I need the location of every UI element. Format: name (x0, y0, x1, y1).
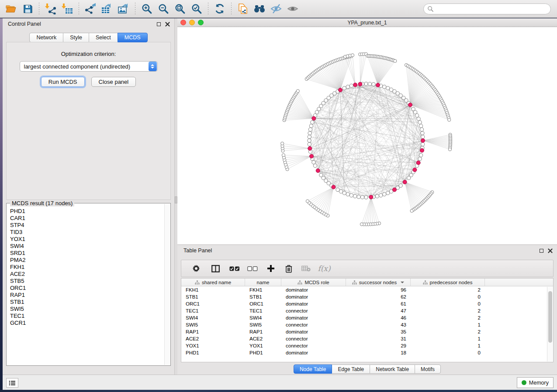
tab-motifs[interactable]: Motifs (415, 364, 441, 374)
ring-node[interactable] (412, 107, 415, 111)
mcds-result-item[interactable]: SWI4 (10, 243, 164, 250)
zoom-fit-icon[interactable] (172, 2, 188, 16)
column-header-shared-name[interactable]: shared name (181, 279, 245, 286)
tab-select[interactable]: Select (89, 33, 118, 42)
mcds-hub-node[interactable] (310, 154, 314, 158)
delete-column-icon[interactable] (280, 262, 298, 275)
ring-node[interactable] (360, 196, 364, 199)
mcds-hub-node[interactable] (393, 188, 397, 192)
clone-network-icon[interactable] (235, 2, 251, 16)
ring-node[interactable] (308, 142, 311, 146)
ring-node[interactable] (413, 110, 417, 114)
mcds-result-item[interactable]: PMA2 (10, 257, 164, 264)
satellite-node[interactable] (281, 142, 284, 145)
add-column-icon[interactable] (262, 262, 280, 275)
table-row[interactable]: PHD1PHD1dominator180 (181, 349, 553, 356)
mcds-hub-node[interactable] (369, 195, 373, 199)
ring-node[interactable] (420, 128, 423, 131)
show-columns-icon[interactable] (205, 262, 226, 275)
table-row[interactable]: SWI5SWI5connector431 (181, 321, 553, 328)
ring-node[interactable] (309, 124, 313, 127)
ring-node[interactable] (343, 86, 346, 90)
ring-node[interactable] (383, 193, 386, 196)
zoom-out-icon[interactable] (155, 2, 172, 16)
memory-button[interactable]: Memory (517, 377, 554, 388)
mcds-hub-node[interactable] (308, 147, 312, 151)
table-row[interactable]: TEC1TEC1connector472 (181, 307, 553, 314)
ring-node[interactable] (349, 84, 353, 87)
mcds-hub-node[interactable] (408, 103, 412, 107)
tab-style[interactable]: Style (63, 33, 89, 42)
ring-node[interactable] (346, 85, 349, 89)
ring-node[interactable] (407, 176, 411, 180)
satellite-node[interactable] (410, 209, 413, 212)
ring-node[interactable] (419, 154, 422, 157)
float-panel-icon[interactable] (157, 22, 161, 26)
column-header-name[interactable]: name (245, 279, 281, 286)
select-all-icon[interactable] (226, 262, 243, 275)
mcds-result-item[interactable]: STP4 (10, 222, 164, 229)
ring-node[interactable] (339, 189, 343, 193)
deselect-all-icon[interactable] (243, 262, 262, 275)
tab-edge-table[interactable]: Edge Table (332, 364, 370, 374)
satellite-node[interactable] (448, 118, 451, 121)
mcds-list-scrollbar[interactable] (164, 204, 170, 365)
tab-network[interactable]: Network (29, 33, 63, 42)
ring-node[interactable] (393, 89, 396, 93)
close-table-panel-icon[interactable] (548, 248, 553, 253)
mcds-result-item[interactable]: CAR1 (10, 215, 164, 222)
save-session-icon[interactable] (19, 2, 36, 16)
mcds-result-item[interactable]: YOX1 (10, 236, 164, 243)
mcds-result-item[interactable]: TEC1 (10, 313, 164, 320)
mcds-hub-node[interactable] (316, 168, 320, 172)
mcds-result-item[interactable]: SRD1 (10, 250, 164, 257)
ring-node[interactable] (349, 193, 353, 197)
open-file-icon[interactable] (3, 2, 19, 16)
ring-node[interactable] (383, 85, 386, 89)
mcds-hub-node[interactable] (421, 139, 425, 143)
ring-node[interactable] (375, 194, 379, 198)
search-input[interactable] (434, 6, 547, 12)
network-canvas[interactable] (177, 27, 557, 244)
mcds-hub-node[interactable] (358, 82, 362, 86)
ring-node[interactable] (418, 120, 422, 124)
ring-node[interactable] (311, 120, 314, 124)
ring-node[interactable] (415, 113, 419, 117)
tab-node-table[interactable]: Node Table (294, 364, 332, 374)
ring-node[interactable] (419, 124, 422, 127)
mcds-result-item[interactable]: GCR1 (10, 320, 164, 327)
ring-node[interactable] (418, 157, 422, 161)
zoom-in-icon[interactable] (138, 2, 155, 16)
close-panel-button[interactable]: Close panel (91, 77, 136, 87)
ring-node[interactable] (308, 128, 312, 131)
table-row[interactable]: ACE2ACE2connector311 (181, 335, 553, 342)
mcds-result-item[interactable]: SWI5 (10, 306, 164, 313)
mcds-hub-node[interactable] (403, 180, 407, 184)
ring-node[interactable] (386, 86, 390, 90)
ring-node[interactable] (308, 135, 311, 138)
ring-node[interactable] (312, 161, 315, 164)
close-panel-icon[interactable] (165, 22, 170, 27)
hide-selected-icon[interactable] (268, 2, 284, 16)
mcds-hub-node[interactable] (332, 185, 336, 189)
ring-node[interactable] (343, 191, 346, 195)
ring-node[interactable] (353, 194, 357, 198)
satellite-node[interactable] (448, 148, 451, 151)
function-builder-icon[interactable]: f(x) (314, 262, 334, 275)
delete-table-icon[interactable] (298, 262, 314, 275)
ring-node[interactable] (315, 110, 318, 114)
tab-mcds[interactable]: MCDS (118, 33, 148, 42)
ring-node[interactable] (421, 131, 424, 135)
satellite-node[interactable] (351, 54, 354, 57)
satellite-node[interactable] (394, 59, 397, 62)
mcds-result-item[interactable]: PHD1 (10, 208, 164, 215)
mcds-result-item[interactable]: ACE2 (10, 271, 164, 278)
table-scrollbar[interactable] (547, 287, 553, 361)
table-row[interactable]: STB1STB1dominator620 (181, 293, 553, 300)
ring-node[interactable] (333, 92, 336, 95)
zoom-selected-icon[interactable] (188, 2, 205, 16)
refresh-view-icon[interactable] (211, 2, 228, 16)
run-mcds-button[interactable]: Run MCDS (41, 77, 85, 87)
satellite-node[interactable] (296, 89, 299, 93)
table-scrollbar-thumb[interactable] (548, 291, 552, 343)
